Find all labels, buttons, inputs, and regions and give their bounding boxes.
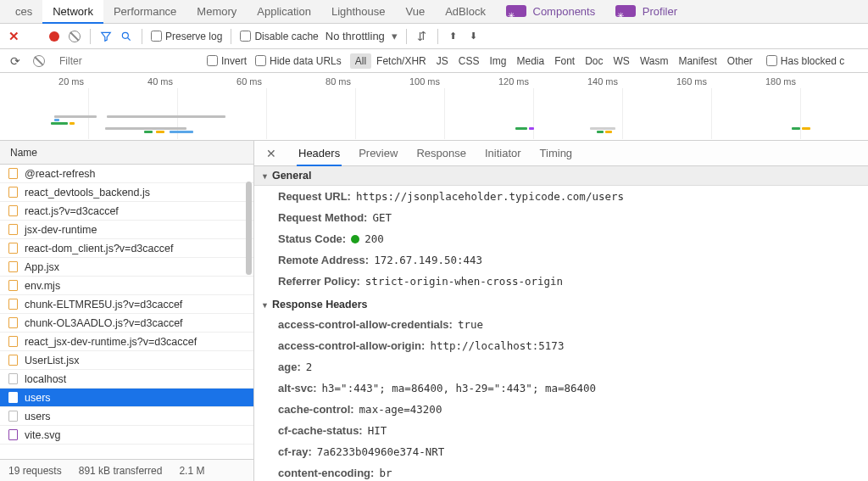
timeline-tick: 40 ms — [89, 76, 178, 87]
request-row[interactable]: users — [0, 407, 253, 426]
file-icon — [8, 187, 18, 198]
details-tab-headers[interactable]: Headers — [297, 141, 342, 166]
request-row[interactable]: localhost — [0, 370, 253, 389]
section-header[interactable]: Response Headers — [254, 292, 868, 314]
request-list[interactable]: @react-refreshreact_devtools_backend.jsr… — [0, 165, 253, 459]
request-row[interactable]: react-dom_client.js?v=d3caccef — [0, 239, 253, 258]
stop-icon[interactable] — [32, 54, 46, 68]
hide-data-urls-checkbox[interactable]: Hide data URLs — [255, 55, 342, 67]
header-value: br — [379, 467, 392, 479]
type-filter-fetch-xhr[interactable]: Fetch/XHR — [371, 53, 431, 69]
header-row: cache-control:max-age=43200 — [254, 399, 868, 420]
header-row: access-control-allow-origin:http://local… — [254, 335, 868, 356]
type-filter-media[interactable]: Media — [511, 53, 549, 69]
status-dot-icon — [351, 235, 359, 243]
scrollbar[interactable] — [244, 165, 253, 459]
has-blocked-checkbox[interactable]: Has blocked c — [766, 55, 844, 67]
details-tab-initiator[interactable]: Initiator — [483, 141, 523, 166]
file-icon — [8, 224, 18, 235]
type-filter-js[interactable]: JS — [431, 53, 453, 69]
details-tab-preview[interactable]: Preview — [357, 141, 399, 166]
request-name: vite.svg — [25, 429, 60, 441]
timeline-bar — [107, 115, 225, 118]
request-row[interactable]: env.mjs — [0, 277, 253, 295]
network-panel-main: Name @react-refreshreact_devtools_backen… — [0, 141, 868, 481]
timeline-bar — [515, 127, 527, 130]
header-value: true — [458, 318, 483, 331]
request-row[interactable]: react.js?v=d3caccef — [0, 202, 253, 221]
request-row[interactable]: react_jsx-dev-runtime.js?v=d3caccef — [0, 333, 253, 351]
type-filter-doc[interactable]: Doc — [580, 53, 608, 69]
details-body[interactable]: GeneralRequest URL:https://jsonplacehold… — [254, 166, 868, 481]
header-row: content-encoding:br — [254, 462, 868, 481]
request-name: react-dom_client.js?v=d3caccef — [25, 243, 173, 254]
header-value: https://jsonplaceholder.typicode.com/use… — [356, 190, 624, 203]
column-header-name[interactable]: Name — [0, 141, 253, 165]
filter-input[interactable] — [54, 50, 198, 72]
request-list-pane: Name @react-refreshreact_devtools_backen… — [0, 141, 254, 481]
timeline-bar — [529, 127, 534, 130]
type-filter-manifest[interactable]: Manifest — [673, 53, 721, 69]
tab-performance[interactable]: Performance — [103, 0, 186, 24]
type-filter-font[interactable]: Font — [549, 53, 580, 69]
tab-profiler[interactable]: Profiler — [605, 0, 687, 24]
close-icon[interactable]: ✕ — [7, 30, 20, 43]
header-value: strict-origin-when-cross-origin — [365, 275, 563, 288]
svg-line-1 — [128, 37, 131, 40]
request-row[interactable]: chunk-ELTMRE5U.js?v=d3caccef — [0, 295, 253, 314]
header-key: cf-ray: — [278, 445, 312, 458]
type-filter-img[interactable]: Img — [484, 53, 511, 69]
details-tab-timing[interactable]: Timing — [538, 141, 575, 166]
export-har-icon[interactable] — [467, 30, 481, 43]
tab-memory[interactable]: Memory — [186, 0, 247, 24]
tab-vue[interactable]: Vue — [396, 0, 436, 24]
type-filter-wasm[interactable]: Wasm — [635, 53, 674, 69]
section-header[interactable]: General — [254, 166, 868, 186]
tab-network[interactable]: Network — [42, 0, 103, 24]
timeline-bar — [54, 119, 59, 121]
header-row: cf-ray:7a6233b04960e374-NRT — [254, 441, 868, 462]
request-row[interactable]: UserList.jsx — [0, 351, 253, 370]
request-row[interactable]: vite.svg — [0, 426, 253, 445]
waterfall-overview[interactable]: 20 ms40 ms60 ms80 ms100 ms120 ms140 ms16… — [0, 73, 868, 141]
search-icon[interactable] — [120, 30, 133, 43]
request-name: users — [25, 392, 51, 404]
reload-icon[interactable]: ⟳ — [3, 54, 24, 68]
record-button[interactable] — [47, 30, 61, 43]
preserve-log-checkbox[interactable]: Preserve log — [151, 31, 222, 42]
import-har-icon[interactable] — [447, 30, 460, 43]
invert-checkbox[interactable]: Invert — [207, 55, 247, 67]
header-row: access-control-allow-credentials:true — [254, 314, 868, 335]
header-row: Referrer Policy:strict-origin-when-cross… — [254, 271, 868, 292]
type-filter-all[interactable]: All — [350, 53, 371, 69]
filter-bar: ⟳ Invert Hide data URLs AllFetch/XHRJSCS… — [0, 49, 868, 73]
status-text: 2.1 M — [179, 465, 204, 477]
type-filter-other[interactable]: Other — [722, 53, 758, 69]
network-conditions-icon[interactable] — [415, 30, 429, 43]
throttling-select[interactable]: No throttling — [326, 30, 385, 42]
timeline-bar — [590, 127, 615, 130]
file-icon — [8, 261, 18, 272]
tab-application[interactable]: Application — [247, 0, 321, 24]
file-icon — [8, 411, 18, 422]
close-details-icon[interactable]: ✕ — [261, 141, 281, 166]
filter-icon[interactable] — [99, 30, 113, 43]
details-tab-response[interactable]: Response — [415, 141, 468, 166]
tab-adblock[interactable]: AdBlock — [435, 0, 496, 24]
tab-components[interactable]: Components — [496, 0, 605, 24]
tab-lighthouse[interactable]: Lighthouse — [321, 0, 396, 24]
type-filter-ws[interactable]: WS — [609, 53, 635, 69]
request-row[interactable]: App.jsx — [0, 258, 253, 277]
clear-icon[interactable] — [68, 30, 81, 43]
header-row: Remote Address:172.67.149.50:443 — [254, 249, 868, 271]
request-row[interactable]: react_devtools_backend.js — [0, 183, 253, 202]
tab-ces[interactable]: ces — [5, 0, 42, 24]
request-row[interactable]: chunk-OL3AADLO.js?v=d3caccef — [0, 314, 253, 333]
request-row[interactable]: @react-refresh — [0, 165, 253, 183]
disable-cache-checkbox[interactable]: Disable cache — [240, 31, 318, 42]
request-row[interactable]: users — [0, 389, 253, 407]
header-key: content-encoding: — [278, 467, 374, 479]
timeline-tick: 180 ms — [712, 76, 801, 87]
request-row[interactable]: jsx-dev-runtime — [0, 221, 253, 239]
type-filter-css[interactable]: CSS — [453, 53, 485, 69]
